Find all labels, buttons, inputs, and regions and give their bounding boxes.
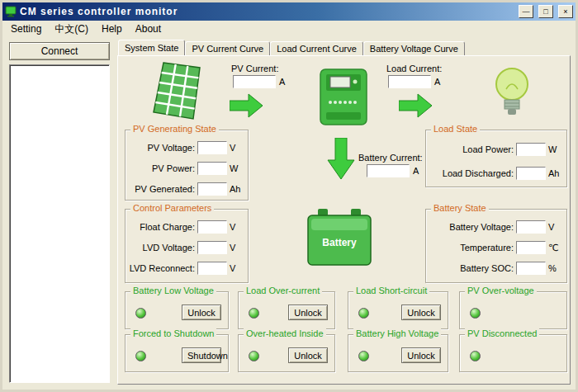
close-button[interactable]: × — [558, 5, 573, 18]
battery-image: Battery — [306, 207, 372, 268]
menubar: Setting 中文(C) Help About — [2, 21, 576, 37]
lvd-voltage-label: LVD Voltage: — [143, 243, 195, 253]
light-bulb-image — [495, 64, 529, 122]
battery-high-voltage-title: Battery High Voltage — [353, 328, 441, 338]
pv-disconnected-title: PV Disconnected — [465, 328, 539, 338]
battery-state-title: Battery State — [431, 203, 489, 213]
pv-over-voltage-led — [470, 308, 481, 319]
float-charge-field[interactable] — [197, 220, 227, 234]
pv-voltage-unit: V — [230, 143, 243, 153]
tab-load-current-curve[interactable]: Load Current Curve — [270, 41, 363, 55]
battery-soc-unit: % — [548, 263, 561, 273]
temperature-unit: ℃ — [548, 243, 561, 253]
pv-voltage-field[interactable] — [197, 141, 227, 154]
controller-image — [319, 68, 368, 126]
battery-state-group: Battery State Battery Voltage:V Temperat… — [425, 209, 567, 283]
load-over-current-title: Load Over-current — [244, 286, 322, 295]
pv-power-unit: W — [230, 163, 243, 173]
menu-about[interactable]: About — [129, 21, 168, 36]
forced-to-shutdown-title: Forced to Shutdown — [130, 328, 216, 338]
over-heated-inside-title: Over-heated Inside — [244, 328, 326, 338]
load-discharged-field[interactable] — [516, 167, 546, 180]
tab-strip: System State PV Current Curve Load Curre… — [117, 40, 571, 55]
menu-setting[interactable]: Setting — [4, 21, 48, 36]
lvd-reconnect-field[interactable] — [197, 262, 227, 275]
battery-high-voltage-unlock-button[interactable]: Unlock — [401, 347, 441, 363]
load-state-group: Load State Load Power:W Load Discharged:… — [425, 130, 567, 187]
pv-generated-unit: Ah — [230, 184, 243, 194]
load-current-label: Load Current: — [386, 64, 442, 73]
load-over-current-unlock-button[interactable]: Unlock — [288, 305, 328, 320]
battery-low-voltage-unlock-button[interactable]: Unlock — [182, 305, 221, 320]
maximize-button[interactable]: □ — [538, 5, 553, 18]
status-group-load-over-current: Load Over-current Unlock — [238, 291, 335, 329]
lvd-voltage-unit: V — [230, 243, 243, 253]
flow-arrow-down-icon — [327, 138, 355, 182]
battery-voltage-label: Battery Voltage: — [449, 222, 514, 232]
load-state-title: Load State — [431, 124, 480, 134]
battery-high-voltage-led — [358, 351, 369, 361]
load-current-field[interactable] — [388, 75, 431, 88]
load-short-circuit-unlock-button[interactable]: Unlock — [401, 305, 441, 320]
app-body: Connect System State PV Current Curve Lo… — [2, 37, 576, 390]
lvd-reconnect-unit: V — [230, 263, 243, 273]
tab-pv-current-curve[interactable]: PV Current Curve — [185, 41, 270, 55]
battery-current-unit: A — [413, 166, 419, 176]
pv-current-label: PV Current: — [231, 64, 278, 73]
pv-current-field[interactable] — [233, 75, 276, 88]
load-discharged-label: Load Discharged: — [443, 168, 514, 178]
battery-soc-label: Battery SOC: — [460, 263, 514, 273]
lvd-reconnect-label: LVD Reconnect: — [130, 263, 195, 273]
system-state-page: PV Current: A — [117, 55, 571, 385]
load-power-field[interactable] — [516, 143, 546, 156]
pv-generated-label: PV Generated: — [135, 184, 195, 194]
tab-control: System State PV Current Curve Load Curre… — [117, 40, 571, 385]
load-over-current-led — [249, 308, 259, 319]
temperature-field[interactable] — [516, 241, 546, 254]
load-discharged-unit: Ah — [548, 168, 561, 178]
battery-low-voltage-title: Battery Low Voltage — [130, 286, 216, 295]
battery-current-label: Battery Current: — [358, 153, 423, 163]
app-window: CM series controller monitor — □ × Setti… — [0, 0, 578, 392]
over-heated-inside-unlock-button[interactable]: Unlock — [288, 347, 328, 363]
status-group-load-short-circuit: Load Short-circuit Unlock — [348, 291, 448, 329]
pv-power-field[interactable] — [197, 162, 227, 175]
pv-generating-state-title: PV Generating State — [130, 124, 219, 134]
status-group-over-heated-inside: Over-heated Inside Unlock — [238, 334, 335, 372]
status-group-pv-over-voltage: PV Over-voltage — [459, 291, 567, 329]
float-charge-label: Float Charge: — [140, 222, 195, 232]
forced-to-shutdown-led — [135, 351, 146, 361]
menu-language[interactable]: 中文(C) — [48, 21, 95, 38]
float-charge-unit: V — [230, 222, 243, 232]
connect-button[interactable]: Connect — [9, 42, 110, 60]
minimize-button[interactable]: — — [519, 5, 533, 18]
load-short-circuit-led — [358, 308, 369, 319]
battery-voltage-field[interactable] — [516, 220, 546, 234]
status-group-pv-disconnected: PV Disconnected — [459, 334, 567, 372]
window-title: CM series controller monitor — [20, 6, 514, 17]
status-group-battery-high-voltage: Battery High Voltage Unlock — [348, 334, 448, 372]
load-current-unit: A — [434, 77, 440, 87]
load-power-label: Load Power: — [462, 144, 514, 154]
control-parameters-group: Control Parameters Float Charge:V LVD Vo… — [125, 209, 249, 283]
pv-voltage-label: PV Voltage: — [148, 143, 196, 153]
control-parameters-title: Control Parameters — [130, 203, 214, 213]
device-listbox[interactable] — [9, 64, 110, 383]
battery-voltage-unit: V — [548, 222, 561, 232]
load-power-unit: W — [548, 144, 561, 154]
pv-generated-field[interactable] — [197, 182, 227, 196]
titlebar[interactable]: CM series controller monitor — □ × — [2, 2, 576, 21]
battery-soc-field[interactable] — [516, 262, 546, 275]
status-group-battery-low-voltage: Battery Low Voltage Unlock — [125, 291, 229, 329]
lvd-voltage-field[interactable] — [197, 241, 227, 254]
pv-over-voltage-title: PV Over-voltage — [465, 286, 537, 295]
menu-help[interactable]: Help — [95, 21, 129, 36]
shutdown-button[interactable]: Shutdown — [182, 347, 221, 363]
load-short-circuit-title: Load Short-circuit — [353, 286, 429, 295]
battery-image-label: Battery — [306, 237, 372, 248]
pv-current-unit: A — [279, 77, 285, 87]
battery-current-field[interactable] — [367, 164, 410, 177]
tab-system-state[interactable]: System State — [118, 40, 185, 55]
tab-battery-voltage-curve[interactable]: Battery Voltage Curve — [363, 41, 465, 55]
temperature-label: Temperature: — [460, 243, 514, 253]
